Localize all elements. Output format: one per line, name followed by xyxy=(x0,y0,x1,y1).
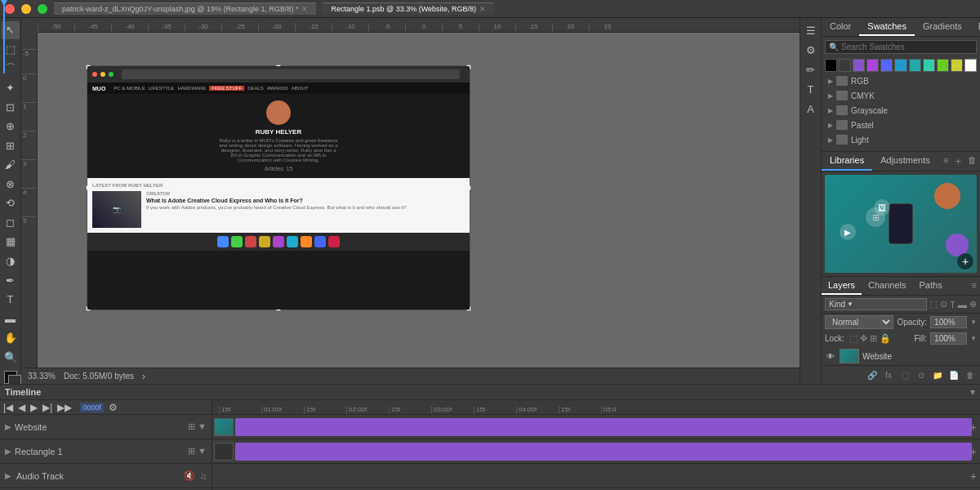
tab-close-icon[interactable]: ✕ xyxy=(479,5,486,13)
tab-rectangle-psb[interactable]: Rectangle 1.psb @ 33.3% (Website, RGB/8)… xyxy=(323,2,494,15)
swatch-cyan[interactable] xyxy=(894,59,906,72)
tab-patterns[interactable]: Patterns xyxy=(970,18,980,36)
swatch-lime[interactable] xyxy=(937,59,949,72)
add-audio-button[interactable]: + xyxy=(970,470,977,483)
track-more-icon[interactable]: ▼ xyxy=(198,446,207,457)
tab-swatches[interactable]: Swatches xyxy=(859,18,915,36)
tab-adjustments[interactable]: Adjustments xyxy=(872,152,938,171)
swatch-darkgray[interactable] xyxy=(839,59,851,72)
swatch-green[interactable] xyxy=(923,59,935,72)
swatch-group-light-header[interactable]: ▶ Light xyxy=(825,133,977,146)
close-button[interactable] xyxy=(5,4,15,14)
lock-lock-icon[interactable]: 🔒 xyxy=(880,333,891,344)
library-add-button[interactable]: + xyxy=(957,253,973,270)
crop-tool[interactable]: ⊡ xyxy=(2,98,20,116)
website-timeline-bar[interactable] xyxy=(235,418,972,436)
filter-pixel-icon[interactable]: ⬚ xyxy=(929,299,938,310)
delete-library-button[interactable]: 🗑 xyxy=(964,152,980,171)
go-end-button[interactable]: ▶▶ xyxy=(57,402,72,413)
eraser-tool[interactable]: ◻ xyxy=(2,214,20,232)
panel-icon-4[interactable]: T xyxy=(802,80,820,98)
layer-visibility-website[interactable]: 👁 xyxy=(825,350,836,362)
minimize-button[interactable] xyxy=(21,4,31,14)
tab-libraries[interactable]: Libraries xyxy=(822,152,872,171)
track-grid-icon[interactable]: ⊞ xyxy=(188,446,195,457)
type-tool[interactable]: T xyxy=(2,291,20,309)
shape-tool[interactable]: ▬ xyxy=(2,310,20,327)
eyedropper-tool[interactable]: ⊕ xyxy=(2,118,20,136)
add-style-button[interactable]: fx xyxy=(882,368,895,381)
swatch-teal[interactable] xyxy=(909,59,921,72)
lock-artboard-icon[interactable]: ⊞ xyxy=(870,333,877,344)
layer-item-website[interactable]: 👁 Website xyxy=(822,346,980,365)
foreground-color[interactable] xyxy=(4,371,17,384)
prev-frame-button[interactable]: ◀ xyxy=(18,402,25,413)
swatch-black[interactable] xyxy=(825,59,837,72)
clone-tool[interactable]: ⊗ xyxy=(2,176,20,194)
link-layers-button[interactable]: 🔗 xyxy=(866,368,879,381)
rect1-timeline-bar[interactable] xyxy=(235,443,972,461)
opacity-input[interactable] xyxy=(930,316,967,328)
new-layer-button[interactable]: 📄 xyxy=(947,368,960,381)
swatch-purple[interactable] xyxy=(853,59,865,72)
panel-icon-2[interactable]: ⚙ xyxy=(802,41,820,59)
tab-gradients[interactable]: Gradients xyxy=(915,18,970,36)
track-expand-rect1[interactable]: ▶ xyxy=(5,447,11,456)
timeline-collapse-button[interactable]: ▾ xyxy=(970,386,975,398)
zoom-tool[interactable]: 🔍 xyxy=(2,349,20,367)
track-grid-icon[interactable]: ⊞ xyxy=(188,421,195,432)
magic-wand-tool[interactable]: ✦ xyxy=(2,79,20,97)
filter-kind-selector[interactable]: Kind ▼ xyxy=(825,298,927,310)
canvas[interactable]: MUO PC & MOBILE LIFESTYLE HARDWARE FREE … xyxy=(38,33,800,368)
layers-menu-button[interactable]: ≡ xyxy=(969,277,980,295)
fill-input[interactable] xyxy=(930,332,967,345)
swatch-group-grayscale-header[interactable]: ▶ Grayscale xyxy=(825,104,977,117)
gradient-tool[interactable]: ▦ xyxy=(2,233,20,251)
pen-tool[interactable]: ✒ xyxy=(2,271,20,289)
tab-channels[interactable]: Channels xyxy=(862,277,912,295)
panel-icon-3[interactable]: ✏ xyxy=(802,60,820,78)
panel-icon-1[interactable]: ☰ xyxy=(802,21,820,39)
blend-mode-select[interactable]: Normal xyxy=(825,315,893,329)
play-button[interactable]: ▶ xyxy=(30,402,38,413)
filter-smartobj-icon[interactable]: ⊕ xyxy=(969,299,977,310)
filter-shape-icon[interactable]: ▬ xyxy=(958,300,967,310)
next-frame-button[interactable]: ▶| xyxy=(42,402,52,413)
swatch-yellow[interactable] xyxy=(951,59,963,72)
audio-mute-icon[interactable]: 🔇 xyxy=(184,470,195,481)
filter-adjust-icon[interactable]: ⊙ xyxy=(940,299,947,310)
swatch-group-cmyk-header[interactable]: ▶ CMYK xyxy=(825,89,977,102)
healing-tool[interactable]: ⊞ xyxy=(2,136,20,154)
track-more-icon[interactable]: ▼ xyxy=(198,421,207,432)
swatch-violet[interactable] xyxy=(866,59,879,72)
lock-move-icon[interactable]: ✥ xyxy=(860,333,867,344)
add-mask-button[interactable]: ⬚ xyxy=(898,368,911,381)
tab-paths[interactable]: Paths xyxy=(913,277,949,295)
tab-color[interactable]: Color xyxy=(822,18,859,36)
panel-icon-5[interactable]: A xyxy=(802,100,820,118)
filter-type-icon[interactable]: T xyxy=(950,300,956,310)
history-tool[interactable]: ⟲ xyxy=(2,194,20,212)
go-start-button[interactable]: |◀ xyxy=(3,402,13,413)
background-color[interactable] xyxy=(8,375,21,384)
track-expand-audio[interactable]: ▶ xyxy=(5,471,11,480)
tab-layers[interactable]: Layers xyxy=(822,277,862,295)
add-library-button[interactable]: + xyxy=(951,152,964,171)
add-track-button[interactable]: + xyxy=(970,421,977,434)
dodge-tool[interactable]: ◑ xyxy=(2,252,20,270)
libraries-options[interactable]: ≡ xyxy=(940,152,951,171)
swatch-group-pastel-header[interactable]: ▶ Pastel xyxy=(825,118,977,131)
track-expand-website[interactable]: ▶ xyxy=(5,422,11,431)
swatch-group-rgb-header[interactable]: ▶ RGB xyxy=(825,74,977,87)
add-track-button-rect1[interactable]: + xyxy=(970,445,977,458)
swatch-blue[interactable] xyxy=(880,59,893,72)
tab-close-icon[interactable]: ✕ xyxy=(301,5,308,13)
lock-checkerboard-icon[interactable]: ⬚ xyxy=(849,333,858,344)
maximize-button[interactable] xyxy=(38,4,47,14)
tab-unsplash[interactable]: patrick-ward-z_dLXnQg0JY-unsplash.jpg @ … xyxy=(54,2,316,15)
swatch-search-input[interactable] xyxy=(841,42,973,51)
swatch-white[interactable] xyxy=(964,59,977,72)
hand-tool[interactable]: ✋ xyxy=(2,329,20,347)
expand-icon[interactable]: › xyxy=(142,371,145,382)
delete-layer-button[interactable]: 🗑 xyxy=(964,368,977,381)
